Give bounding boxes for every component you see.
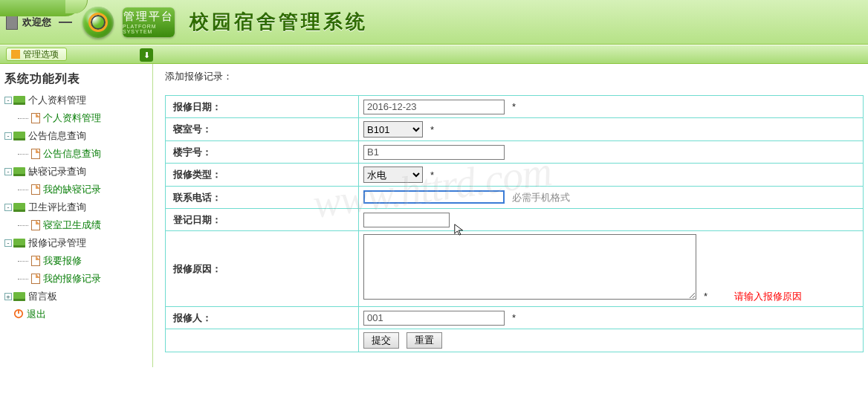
folder-icon — [13, 239, 25, 248]
collapse-icon: - — [4, 168, 12, 175]
sidebar-heading: 系统功能列表 — [0, 68, 152, 90]
badge-title: 管理平台 — [123, 10, 174, 24]
reg-date-label: 登记日期： — [166, 209, 359, 231]
expand-icon: + — [4, 293, 12, 300]
sidebar-group-personal[interactable]: -个人资料管理 — [1, 91, 152, 109]
sidebar-item-new-repair[interactable]: 我要报修 — [1, 252, 152, 270]
sidebar-group-absence[interactable]: -缺寝记录查询 — [1, 163, 152, 181]
actions-label — [166, 329, 359, 352]
submit-button[interactable]: 提交 — [363, 332, 399, 349]
repair-type-label: 报修类型： — [166, 164, 359, 187]
greeting-text: 欢迎您 — [22, 16, 51, 29]
document-icon — [31, 184, 40, 195]
repair-form: 报修日期： * 寝室号： B101* 楼宇号： 报修类型： 水电* 联系电话： … — [165, 95, 864, 352]
dorm-no-select[interactable]: B101 — [363, 121, 423, 138]
phone-input[interactable] — [363, 190, 505, 204]
phone-hint: 必需手机格式 — [512, 192, 570, 203]
top-bar: 欢迎您 管理平台 PLATFORM SYSYTEM 校园宿舍管理系统 — [0, 0, 868, 45]
sidebar-group-label: 报修记录管理 — [28, 236, 86, 250]
tree-line-icon — [18, 261, 28, 262]
sidebar-logout[interactable]: 退出 — [1, 306, 152, 323]
reporter-input[interactable] — [363, 311, 505, 326]
platform-badge: 管理平台 PLATFORM SYSYTEM — [123, 7, 175, 37]
sidebar-group-hygiene[interactable]: -卫生评比查询 — [1, 198, 152, 216]
document-icon — [31, 149, 40, 159]
system-title: 校园宿舍管理系统 — [190, 9, 368, 35]
document-icon — [31, 256, 40, 266]
document-icon — [31, 274, 40, 284]
sidebar-item-my-absence[interactable]: 我的缺寝记录 — [1, 181, 152, 198]
avatar-icon — [6, 15, 18, 30]
required-star: * — [704, 291, 707, 302]
sidebar-item-label[interactable]: 我的报修记录 — [43, 272, 101, 285]
sidebar-item-my-repair[interactable]: 我的报修记录 — [1, 270, 152, 288]
tree-line-icon — [18, 118, 28, 119]
building-no-label: 楼宇号： — [166, 141, 359, 164]
reporter-label: 报修人： — [166, 307, 359, 329]
download-arrow-icon: ⬇ — [143, 51, 150, 60]
repair-date-label: 报修日期： — [166, 96, 359, 118]
badge-subtitle: PLATFORM SYSYTEM — [123, 24, 175, 34]
reset-button[interactable]: 重置 — [407, 332, 442, 349]
reg-date-input[interactable] — [363, 213, 450, 227]
required-star: * — [512, 312, 516, 323]
building-no-input[interactable] — [363, 145, 505, 160]
folder-icon — [13, 203, 25, 212]
main-content: 添加报修记录： 报修日期： * 寝室号： B101* 楼宇号： 报修类型： 水电… — [153, 64, 868, 367]
sidebar-group-label: 缺寝记录查询 — [28, 165, 86, 178]
repair-type-select[interactable]: 水电 — [363, 167, 423, 183]
collapse-button[interactable]: ⬇ — [140, 48, 153, 62]
separator-dash-icon — [59, 22, 72, 23]
sidebar-item-label[interactable]: 寝室卫生成绩 — [43, 219, 101, 232]
collapse-icon: - — [4, 132, 12, 140]
tree-line-icon — [18, 279, 28, 279]
required-star: * — [430, 169, 434, 181]
sidebar-group-label: 个人资料管理 — [28, 94, 86, 107]
tree-line-icon — [18, 225, 28, 226]
required-star: * — [430, 124, 434, 135]
sidebar-group-guestbook[interactable]: +留言板 — [1, 288, 152, 306]
sidebar-group-notice[interactable]: -公告信息查询 — [1, 127, 152, 145]
sidebar-group-label: 卫生评比查询 — [28, 201, 86, 214]
reason-error: 请输入报修原因 — [734, 291, 802, 302]
sidebar-item-personal-info[interactable]: 个人资料管理 — [1, 109, 152, 127]
required-star: * — [512, 101, 516, 112]
sidebar-group-label: 公告信息查询 — [28, 129, 86, 143]
sidebar-group-label: 留言板 — [28, 290, 57, 303]
sidebar-item-hygiene-score[interactable]: 寝室卫生成绩 — [1, 216, 152, 234]
folder-icon — [13, 292, 25, 301]
sidebar: 系统功能列表 -个人资料管理 个人资料管理 -公告信息查询 公告信息查询 -缺寝… — [0, 64, 153, 367]
form-title: 添加报修记录： — [165, 70, 864, 83]
reason-textarea[interactable] — [363, 234, 696, 300]
dorm-no-label: 寝室号： — [166, 118, 359, 141]
repair-date-input[interactable] — [363, 100, 505, 114]
collapse-icon: - — [4, 204, 12, 211]
folder-icon — [13, 132, 25, 140]
collapse-icon: - — [4, 97, 12, 104]
platform-logo-icon — [82, 7, 114, 38]
manage-options-button[interactable]: 管理选项 — [6, 48, 67, 61]
secondary-bar: 管理选项 ⬇ — [0, 45, 868, 64]
sidebar-item-label[interactable]: 公告信息查询 — [43, 147, 101, 161]
tree-line-icon — [18, 190, 28, 190]
manage-options-label: 管理选项 — [23, 48, 59, 61]
document-icon — [31, 220, 40, 230]
header-notch-2 — [65, 0, 88, 13]
sidebar-group-repair[interactable]: -报修记录管理 — [1, 234, 152, 252]
collapse-icon: - — [4, 239, 12, 247]
reason-label: 报修原因： — [166, 231, 359, 307]
folder-icon — [13, 167, 25, 176]
sidebar-item-label[interactable]: 我要报修 — [43, 254, 82, 268]
sidebar-tree: -个人资料管理 个人资料管理 -公告信息查询 公告信息查询 -缺寝记录查询 我的… — [0, 90, 152, 338]
document-icon — [31, 113, 40, 123]
folder-icon — [13, 96, 25, 105]
phone-label: 联系电话： — [166, 187, 359, 209]
sidebar-item-label[interactable]: 我的缺寝记录 — [43, 183, 101, 196]
power-icon — [13, 308, 27, 321]
sidebar-item-label[interactable]: 个人资料管理 — [43, 111, 101, 125]
sidebar-logout-label[interactable]: 退出 — [27, 308, 46, 321]
sidebar-item-notice[interactable]: 公告信息查询 — [1, 145, 152, 163]
tree-line-icon — [18, 154, 28, 155]
tree-end-icon — [4, 311, 12, 318]
grid-icon — [11, 50, 20, 59]
